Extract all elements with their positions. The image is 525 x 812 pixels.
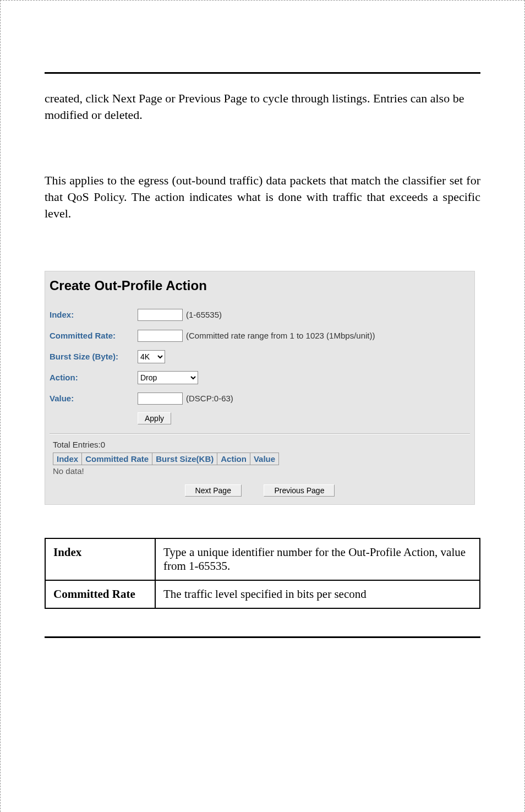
value-input[interactable] [138, 393, 183, 405]
row-index: Index: (1-65535) [45, 304, 474, 325]
col-action: Action [217, 453, 250, 465]
row-action: Action: Drop [45, 367, 474, 388]
desc-key-committed-rate: Committed Rate [45, 580, 155, 608]
burst-size-select[interactable]: 4K [138, 350, 165, 363]
desc-row-committed-rate: Committed Rate The traffic level specifi… [45, 580, 480, 608]
desc-key-index: Index [45, 538, 155, 580]
row-apply: Apply [45, 409, 474, 428]
pager: Next Page Previous Page [45, 481, 474, 504]
row-committed-rate: Committed Rate: (Committed rate range fr… [45, 325, 474, 346]
label-action: Action: [50, 370, 138, 385]
section-rule-bottom [45, 636, 480, 638]
entries-table: Index Committed Rate Burst Size(KB) Acti… [53, 453, 279, 465]
col-committed-rate: Committed Rate [82, 453, 152, 465]
label-committed-rate: Committed Rate: [50, 329, 138, 343]
committed-rate-input[interactable] [138, 330, 183, 342]
row-burst-size: Burst Size (Byte): 4K [45, 346, 474, 367]
intro-paragraph-1: created, click Next Page or Previous Pag… [45, 90, 480, 123]
col-burst-size: Burst Size(KB) [152, 453, 217, 465]
description-table: Index Type a unique identifier number fo… [45, 538, 480, 609]
hint-committed-rate: (Committed rate range from 1 to 1023 (1M… [186, 329, 375, 343]
row-value: Value: (DSCP:0-63) [45, 388, 474, 409]
create-out-profile-panel: Create Out-Profile Action Index: (1-6553… [45, 271, 475, 505]
previous-page-button[interactable]: Previous Page [264, 484, 335, 497]
apply-button[interactable]: Apply [138, 412, 171, 424]
panel-separator [50, 433, 470, 434]
label-index: Index: [50, 308, 138, 322]
desc-val-index: Type a unique identifier number for the … [155, 538, 480, 580]
label-burst-size: Burst Size (Byte): [50, 350, 138, 364]
hint-value: (DSCP:0-63) [186, 391, 233, 406]
next-page-button[interactable]: Next Page [185, 484, 242, 497]
label-value: Value: [50, 391, 138, 406]
col-index: Index [53, 453, 82, 465]
desc-row-index: Index Type a unique identifier number fo… [45, 538, 480, 580]
total-entries: Total Entries:0 [45, 440, 474, 453]
col-value: Value [250, 453, 278, 465]
intro-paragraph-2: This applies to the egress (out-bound tr… [45, 172, 480, 221]
panel-title: Create Out-Profile Action [45, 271, 474, 304]
no-data-message: No data! [45, 465, 474, 481]
desc-val-committed-rate: The traffic level specified in bits per … [155, 580, 480, 608]
table-header-row: Index Committed Rate Burst Size(KB) Acti… [53, 453, 279, 465]
index-input[interactable] [138, 309, 183, 321]
action-select[interactable]: Drop [138, 371, 198, 384]
hint-index: (1-65535) [186, 308, 222, 322]
section-rule-top [45, 72, 480, 74]
